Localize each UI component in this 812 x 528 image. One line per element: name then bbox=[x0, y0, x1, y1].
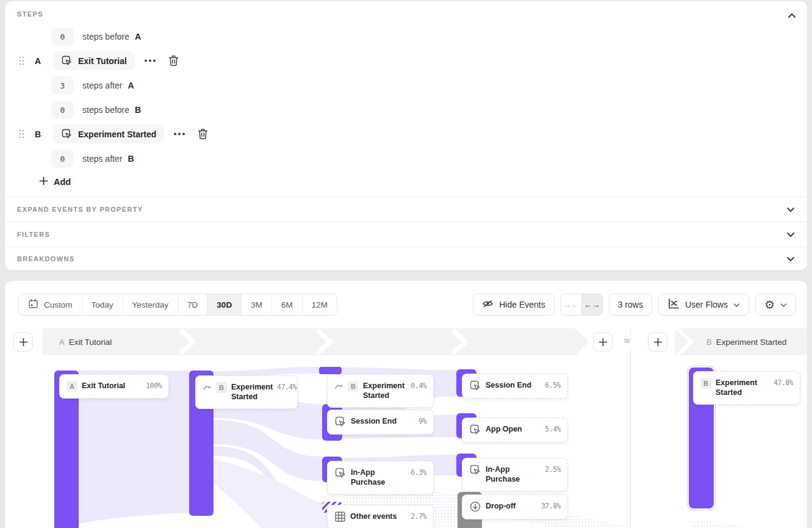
date-range-control: Custom Today Yesterday 7D 30D 3M 6M 12M bbox=[18, 294, 337, 316]
date-range-7d[interactable]: 7D bbox=[178, 294, 207, 315]
event-click-icon bbox=[334, 467, 347, 479]
collapse-columns-icon[interactable]: →← bbox=[561, 294, 581, 315]
event-chip-label: Exit Tutorial bbox=[78, 56, 127, 66]
flow-node-in-app-purchase-25[interactable]: In-App Purchase 2.5% bbox=[462, 458, 568, 491]
gap-row-label: steps before bbox=[82, 32, 129, 42]
grid-icon bbox=[334, 511, 346, 523]
flow-node-exit-tutorial[interactable]: A Exit Tutorial 100% bbox=[59, 374, 169, 399]
panel-divider bbox=[630, 328, 631, 528]
drag-handle-icon[interactable] bbox=[19, 56, 24, 65]
step-chip: B bbox=[700, 378, 711, 389]
add-step-button[interactable]: Add bbox=[39, 176, 71, 187]
settings-dropdown-button[interactable]: ⚙ bbox=[755, 294, 796, 316]
gap-row-ref: A bbox=[135, 32, 141, 42]
gap-row-ref: A bbox=[128, 81, 134, 90]
view-selector-user-flows[interactable]: User Flows bbox=[658, 294, 749, 316]
more-options-icon[interactable] bbox=[173, 132, 185, 136]
sankey-bar-experiment-started-04[interactable] bbox=[319, 367, 342, 374]
add-step-after-a-button[interactable] bbox=[593, 332, 613, 352]
date-range-today[interactable]: Today bbox=[82, 294, 123, 315]
step-chip: B bbox=[348, 381, 359, 392]
event-click-icon bbox=[469, 464, 481, 476]
date-range-12m[interactable]: 12M bbox=[302, 294, 337, 315]
chevron-down-icon bbox=[733, 300, 740, 309]
column-width-toggle: →← ←→ bbox=[561, 294, 603, 316]
step-letter: A bbox=[35, 56, 43, 66]
flow-node-experiment-started-478[interactable]: B Experiment Started 47.8% bbox=[693, 371, 800, 405]
steps-before-a-input[interactable]: 0 bbox=[51, 27, 74, 46]
step-row-a: A Exit Tutorial bbox=[19, 51, 179, 70]
step-chip: A bbox=[66, 381, 77, 392]
plus-icon bbox=[39, 176, 48, 187]
add-column-left-button[interactable] bbox=[13, 332, 33, 352]
add-step-before-b-button[interactable] bbox=[648, 332, 667, 352]
gap-row-ref: B bbox=[135, 105, 141, 115]
date-range-custom[interactable]: Custom bbox=[19, 294, 82, 315]
event-selector-exit-tutorial[interactable]: Exit Tutorial bbox=[53, 51, 135, 70]
eye-off-icon bbox=[482, 298, 494, 311]
query-builder-panel: STEPS 0 steps before A A Exit Tutorial bbox=[5, 1, 807, 270]
rows-count-button[interactable]: 3 rows bbox=[609, 294, 652, 316]
event-chip-label: Experiment Started bbox=[78, 129, 156, 139]
chevron-down-icon bbox=[786, 206, 795, 213]
step-row-b: B Experiment Started bbox=[19, 125, 208, 143]
step-header-a-exit-tutorial[interactable]: A Exit Tutorial bbox=[43, 328, 589, 355]
step-header-b-experiment-started[interactable]: B Experiment Started bbox=[680, 328, 807, 355]
chevron-separator-icon bbox=[178, 328, 196, 358]
steps-before-a-row: 0 steps before A bbox=[51, 27, 141, 46]
flow-node-other-events[interactable]: Other events 2.7% bbox=[327, 505, 434, 528]
steps-before-b-input[interactable]: 0 bbox=[51, 101, 74, 119]
steps-after-b-input[interactable]: 0 bbox=[51, 150, 74, 168]
section-filters[interactable]: FILTERS bbox=[5, 222, 807, 247]
skip-steps-icon bbox=[334, 383, 343, 389]
approx-symbol: ≈ bbox=[622, 335, 632, 347]
chevron-down-icon bbox=[780, 300, 787, 309]
step-chip: B bbox=[216, 382, 227, 393]
section-breakdowns[interactable]: BREAKDOWNS bbox=[5, 247, 807, 270]
date-range-3m[interactable]: 3M bbox=[241, 294, 271, 315]
flow-node-in-app-purchase-63[interactable]: In-App Purchase 6.3% bbox=[327, 461, 434, 494]
drop-off-icon bbox=[469, 501, 481, 513]
flow-node-app-open[interactable]: App Open 5.4% bbox=[462, 418, 568, 443]
event-click-icon bbox=[334, 416, 347, 428]
event-click-icon bbox=[469, 424, 481, 436]
date-range-yesterday[interactable]: Yesterday bbox=[123, 294, 178, 315]
gap-row-ref: B bbox=[128, 154, 134, 164]
event-click-icon bbox=[61, 55, 73, 67]
expand-columns-icon[interactable]: ←→ bbox=[581, 294, 602, 315]
chevron-separator-icon bbox=[315, 328, 333, 358]
add-label: Add bbox=[54, 177, 71, 187]
flow-node-experiment-started-04[interactable]: B Experiment Started 0.4% bbox=[327, 374, 434, 408]
hide-events-button[interactable]: Hide Events bbox=[473, 294, 554, 316]
drag-handle-icon[interactable] bbox=[19, 129, 24, 139]
steps-after-b-row: 0 steps after B bbox=[51, 150, 134, 168]
user-flows-chart-icon bbox=[667, 298, 680, 311]
skip-steps-icon bbox=[203, 384, 212, 391]
flows-visualization-panel: Custom Today Yesterday 7D 30D 3M 6M 12M … bbox=[5, 281, 807, 528]
trash-icon[interactable] bbox=[168, 55, 179, 67]
steps-after-a-input[interactable]: 3 bbox=[51, 76, 74, 95]
flow-node-experiment-started-47[interactable]: B Experiment Started 47.4% bbox=[195, 375, 298, 409]
date-range-30d-selected[interactable]: 30D bbox=[207, 294, 241, 315]
date-range-6m[interactable]: 6M bbox=[271, 294, 302, 315]
step-letter: B bbox=[35, 129, 43, 139]
event-click-icon bbox=[61, 128, 73, 140]
steps-before-b-row: 0 steps before B bbox=[51, 101, 141, 119]
more-options-icon[interactable] bbox=[144, 59, 156, 62]
chevron-up-icon[interactable] bbox=[788, 10, 796, 21]
flow-node-session-end-65[interactable]: Session End 6.5% bbox=[462, 374, 568, 399]
chevron-down-icon bbox=[786, 231, 795, 238]
section-expand-events-by-property[interactable]: EXPAND EVENTS BY PROPERTY bbox=[5, 197, 807, 222]
chevron-down-icon bbox=[786, 256, 795, 262]
steps-after-a-row: 3 steps after A bbox=[51, 76, 134, 95]
trash-icon[interactable] bbox=[198, 128, 208, 140]
event-selector-experiment-started[interactable]: Experiment Started bbox=[53, 125, 164, 143]
toolbar-right-controls: Hide Events →← ←→ 3 rows User Flows ⚙ bbox=[473, 294, 796, 316]
flow-node-drop-off[interactable]: Drop-off 37.8% bbox=[462, 494, 568, 519]
gear-icon: ⚙ bbox=[764, 299, 775, 311]
flow-node-session-end-9[interactable]: Session End 9% bbox=[327, 410, 434, 435]
steps-section-label: STEPS bbox=[17, 10, 43, 18]
gap-row-label: steps after bbox=[82, 154, 122, 164]
calendar-icon bbox=[28, 298, 38, 311]
chevron-separator-icon bbox=[450, 328, 469, 358]
